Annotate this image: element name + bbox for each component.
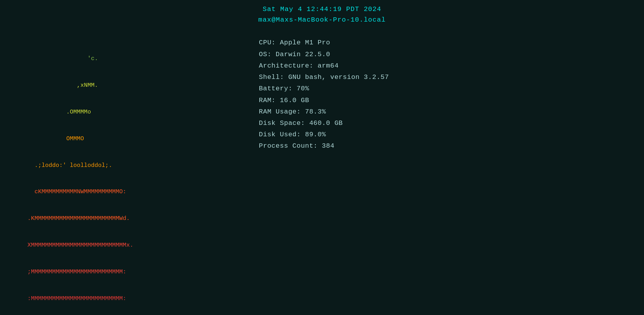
header-datetime: Sat May 4 12:44:19 PDT 2024: [0, 4, 644, 15]
ascii-line-4: OMMMO: [27, 135, 235, 144]
ascii-line-9: ;MMMMMMMMMMMMMMMMMMMMMMMMMM:: [27, 268, 235, 277]
info-arch-value: arm64: [318, 62, 339, 70]
info-battery-label: Battery:: [259, 85, 297, 92]
info-disk-space-value: 460.0 GB: [309, 119, 343, 127]
info-disk-space: Disk Space: 460.0 GB: [259, 117, 636, 129]
info-os-value: Darwin 22.5.0: [276, 51, 330, 58]
ascii-line-3: .OMMMMo: [27, 108, 235, 117]
info-shell: Shell: GNU bash, version 3.2.57: [259, 71, 636, 83]
info-ram-value: 16.0 GB: [280, 97, 309, 104]
header: Sat May 4 12:44:19 PDT 2024 max@Maxs-Mac…: [0, 4, 644, 25]
info-process-count-label: Process Count:: [259, 142, 322, 150]
info-ram-usage-value: 78.3%: [305, 108, 326, 115]
info-ram: RAM: 16.0 GB: [259, 95, 636, 106]
info-disk-used-value: 89.0%: [305, 131, 326, 138]
header-hostname: max@Maxs-MacBook-Pro-10.local: [0, 15, 644, 25]
info-arch-label: Architecture:: [259, 62, 318, 70]
info-shell-value: GNU bash, version 3.2.57: [288, 73, 389, 81]
ascii-line-6: cKMMMMMMMMMMNWMMMMMMMMMMO:: [27, 188, 235, 197]
info-shell-label: Shell:: [259, 73, 288, 81]
info-battery: Battery: 70%: [259, 83, 636, 94]
info-arch: Architecture: arm64: [259, 60, 636, 71]
ascii-line-10: :MMMMMMMMMMMMMMMMMMMMMMMMMM:: [27, 295, 235, 304]
terminal: Sat May 4 12:44:19 PDT 2024 max@Maxs-Mac…: [0, 0, 644, 315]
ascii-line-7: .KMMMMMMMMMMMMMMMMMMMMMMMMWd.: [27, 214, 235, 223]
info-cpu-value: Apple M1 Pro: [280, 39, 330, 46]
info-os-label: OS:: [259, 51, 276, 58]
info-process-count: Process Count: 384: [259, 140, 636, 152]
info-ram-label: RAM:: [259, 97, 280, 104]
info-process-count-value: 384: [322, 142, 335, 150]
info-battery-value: 70%: [297, 85, 309, 92]
info-cpu-label: CPU:: [259, 39, 280, 46]
system-info: CPU: Apple M1 Pro OS: Darwin 22.5.0 Arch…: [235, 37, 636, 315]
ascii-line-2: ,xNMM.: [27, 81, 235, 90]
info-ram-usage-label: RAM Usage:: [259, 108, 305, 115]
info-disk-used-label: Disk Used:: [259, 131, 305, 138]
info-cpu: CPU: Apple M1 Pro: [259, 37, 636, 48]
info-ram-usage: RAM Usage: 78.3%: [259, 106, 636, 117]
ascii-line-5: .;loddo:' loolloddol;.: [27, 161, 235, 170]
info-disk-space-label: Disk Space:: [259, 119, 309, 127]
ascii-art: 'c. ,xNMM. .OMMMMo OMMMO .;loddo:' looll…: [8, 37, 235, 315]
ascii-line-8: XMMMMMMMMMMMMMMMMMMMMMMMMMMMx.: [27, 241, 235, 250]
info-disk-used: Disk Used: 89.0%: [259, 129, 636, 140]
info-os: OS: Darwin 22.5.0: [259, 49, 636, 60]
main-content: 'c. ,xNMM. .OMMMMo OMMMO .;loddo:' looll…: [0, 37, 644, 315]
ascii-line-1: 'c.: [27, 55, 235, 64]
